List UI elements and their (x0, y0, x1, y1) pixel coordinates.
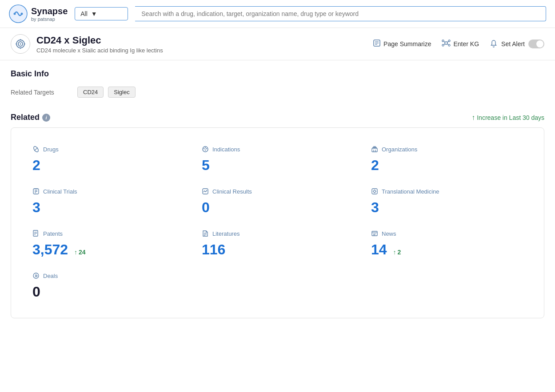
patents-arrow-up-icon: ↑ (74, 249, 77, 256)
stat-organizations[interactable]: Organizations 2 (362, 139, 531, 181)
deals-icon (32, 272, 40, 279)
basic-info-title: Basic Info (11, 69, 544, 79)
news-arrow-up-icon: ↑ (393, 249, 396, 256)
increase-text: Increase in Last 30 days (477, 114, 544, 121)
stat-drugs-value: 2 (32, 157, 184, 174)
stat-translational-medicine-category: Translational Medicine (371, 188, 523, 195)
page-header-actions: Page Summarize Enter KG (373, 39, 544, 49)
svg-rect-32 (375, 150, 376, 152)
literatures-icon (202, 230, 209, 237)
stat-deals-label: Deals (43, 273, 58, 279)
stat-deals-value: 0 (32, 284, 184, 300)
svg-point-2 (21, 13, 23, 15)
main-content: Basic Info Related Targets CD24 Siglec R… (0, 60, 555, 327)
clinical-trials-icon (32, 188, 40, 195)
svg-point-27 (205, 147, 206, 148)
stat-drugs-category: Drugs (32, 146, 184, 153)
stat-clinical-results-value: 0 (202, 199, 353, 216)
stat-patents-increase: ↑ 24 (74, 249, 86, 256)
svg-point-25 (203, 147, 208, 152)
target-icon (11, 34, 30, 54)
stat-clinical-results-label: Clinical Results (212, 188, 252, 195)
navbar: Synapse by patsnap All ▼ (0, 0, 555, 28)
stat-news-increase: ↑ 2 (393, 249, 401, 256)
logo-area: Synapse by patsnap (9, 4, 68, 23)
organizations-icon (371, 146, 378, 153)
svg-point-15 (442, 40, 444, 42)
clinical-results-icon (202, 188, 209, 195)
synapse-logo-icon (9, 4, 28, 23)
svg-point-14 (445, 42, 447, 44)
stat-organizations-category: Organizations (371, 146, 523, 153)
stat-literatures-value: 116 (202, 242, 353, 258)
stat-organizations-value: 2 (371, 157, 523, 174)
stat-clinical-trials[interactable]: Clinical Trials 3 (24, 181, 193, 223)
svg-point-1 (14, 13, 16, 15)
logo-text: Synapse by patsnap (31, 6, 68, 22)
stats-card: Drugs 2 Indications 5 (11, 127, 544, 318)
alert-icon (490, 40, 498, 49)
stat-patents-category: Patents (32, 230, 184, 237)
stat-translational-medicine[interactable]: Translational Medicine 3 (362, 181, 531, 223)
svg-line-19 (444, 41, 445, 42)
arrow-up-icon: ↑ (471, 114, 475, 122)
page-title: CD24 x Siglec (36, 35, 163, 46)
stat-patents-value-row: 3,572 ↑ 24 (32, 242, 184, 258)
svg-point-5 (20, 44, 21, 45)
stat-clinical-trials-category: Clinical Trials (32, 188, 184, 195)
targets-tags: CD24 Siglec (77, 87, 136, 98)
stat-indications[interactable]: Indications 5 (193, 139, 362, 181)
page-title-block: CD24 x Siglec CD24 molecule x Sialic aci… (36, 35, 163, 54)
stat-deals[interactable]: Deals 0 (24, 265, 193, 307)
page-header-left: CD24 x Siglec CD24 molecule x Sialic aci… (11, 34, 163, 54)
stat-patents-value: 3,572 (32, 242, 68, 258)
stat-indications-value: 5 (202, 157, 353, 174)
svg-point-16 (448, 40, 450, 42)
kg-icon (442, 39, 451, 49)
drugs-icon (32, 146, 40, 153)
stat-clinical-results[interactable]: Clinical Results 0 (193, 181, 362, 223)
svg-line-24 (35, 148, 38, 151)
page-subtitle: CD24 molecule x Sialic acid binding Ig l… (36, 47, 163, 54)
page-summarize-button[interactable]: Page Summarize (373, 39, 431, 49)
logo-sub: by patsnap (31, 16, 68, 22)
enter-kg-button[interactable]: Enter KG (442, 39, 479, 49)
indications-icon (202, 146, 209, 153)
stat-literatures[interactable]: Literatures 116 (193, 223, 362, 265)
news-icon (371, 230, 378, 237)
stat-deals-category: Deals (32, 272, 184, 279)
stat-drugs[interactable]: Drugs 2 (24, 139, 193, 181)
search-input[interactable] (135, 6, 546, 21)
svg-rect-31 (373, 150, 374, 152)
target-tag-siglec[interactable]: Siglec (108, 87, 135, 98)
page-header: CD24 x Siglec CD24 molecule x Sialic aci… (0, 28, 555, 60)
svg-line-20 (447, 41, 448, 42)
svg-point-26 (204, 148, 204, 149)
stat-indications-category: Indications (202, 146, 353, 153)
patents-increase-value: 24 (79, 249, 86, 256)
svg-point-29 (205, 150, 206, 150)
svg-point-28 (206, 148, 207, 149)
related-targets-label: Related Targets (11, 89, 68, 96)
svg-line-21 (444, 44, 445, 45)
svg-line-22 (447, 44, 448, 45)
patents-icon (32, 230, 40, 237)
svg-rect-30 (372, 148, 377, 152)
stat-patents[interactable]: Patents 3,572 ↑ 24 (24, 223, 193, 265)
stat-news[interactable]: News 14 ↑ 2 (362, 223, 531, 265)
search-type-dropdown[interactable]: All ▼ (75, 7, 128, 20)
set-alert-area: Set Alert (490, 40, 544, 49)
svg-rect-33 (374, 147, 375, 147)
related-title-area: Related i (11, 113, 50, 122)
stat-literatures-label: Literatures (212, 230, 240, 237)
related-info-icon[interactable]: i (42, 114, 50, 122)
target-tag-cd24[interactable]: CD24 (77, 87, 104, 98)
set-alert-toggle[interactable] (528, 40, 544, 48)
stat-news-label: News (382, 230, 396, 237)
stat-clinical-results-category: Clinical Results (202, 188, 353, 195)
summarize-icon (373, 39, 381, 49)
enter-kg-label: Enter KG (453, 40, 479, 48)
stat-clinical-trials-value: 3 (32, 199, 184, 216)
chevron-down-icon: ▼ (91, 10, 97, 17)
stat-patents-label: Patents (43, 230, 63, 237)
